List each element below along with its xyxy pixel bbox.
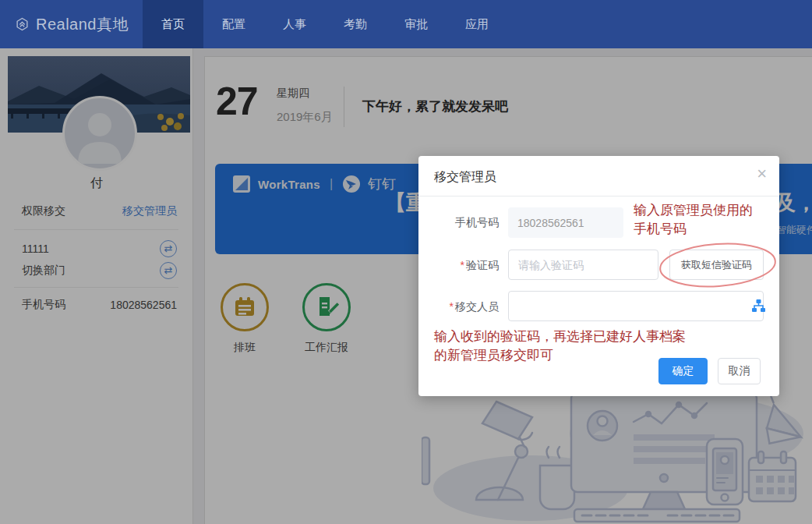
transfer-admin-dialog: 移交管理员 × 手机号码 *验证码 获取短信验证码 *移交人员 输入: [418, 156, 779, 396]
org-picker-icon[interactable]: [752, 299, 765, 313]
phone-input: [508, 207, 623, 238]
top-navbar: Realand真地 首页 配置 人事 考勤 审批 应用: [0, 0, 812, 48]
brand-name: Realand真地: [36, 14, 129, 35]
nav-tab-hr[interactable]: 人事: [264, 0, 325, 48]
app-screen: Realand真地 首页 配置 人事 考勤 审批 应用: [0, 0, 812, 524]
nav-tab-apps[interactable]: 应用: [447, 0, 507, 48]
nav-tab-attendance[interactable]: 考勤: [325, 0, 386, 48]
person-field-label: *移交人员: [418, 300, 499, 314]
nav-tab-approval[interactable]: 审批: [386, 0, 447, 48]
nav-tab-home[interactable]: 首页: [143, 0, 203, 48]
brand[interactable]: Realand真地: [0, 0, 143, 48]
transfer-person-input[interactable]: [508, 291, 764, 321]
phone-field-label: 手机号码: [418, 216, 499, 230]
code-input[interactable]: [508, 250, 658, 280]
nav-tabs: 首页 配置 人事 考勤 审批 应用: [143, 0, 507, 48]
divider: [418, 196, 779, 196]
required-mark: *: [450, 300, 454, 313]
required-mark: *: [461, 259, 464, 271]
realand-logo-icon: [16, 12, 29, 37]
code-field-label: *验证码: [418, 259, 499, 273]
nav-tab-config[interactable]: 配置: [203, 0, 264, 48]
annotation-code-note: 输入收到的验证码，再选择已建好人事档案 的新管理员移交即可: [434, 328, 730, 365]
get-sms-code-button[interactable]: 获取短信验证码: [669, 250, 764, 280]
close-icon[interactable]: ×: [757, 165, 767, 182]
dialog-title: 移交管理员: [434, 169, 496, 186]
annotation-phone-note: 输入原管理员使用的 手机号码: [634, 201, 774, 239]
